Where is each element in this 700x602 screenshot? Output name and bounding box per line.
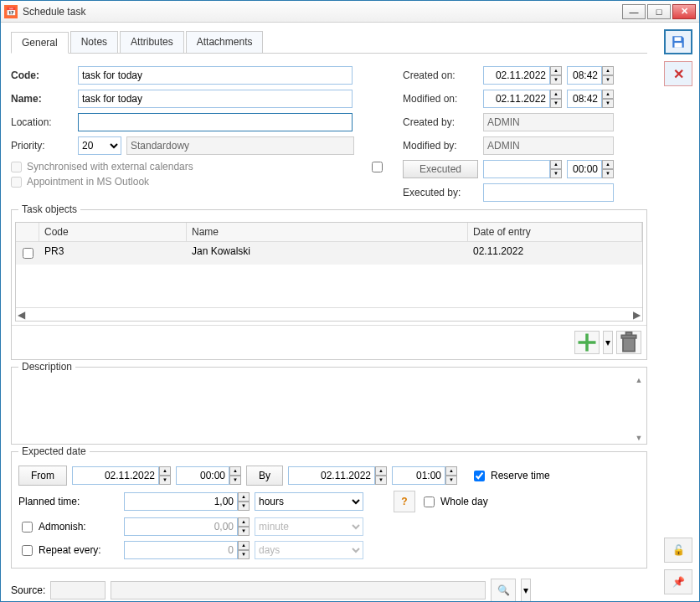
cell-name: Jan Kowalski xyxy=(187,242,468,265)
created-on-label: Created on: xyxy=(403,69,478,81)
titlebar[interactable]: 📅 Schedule task — □ ✕ xyxy=(1,1,699,23)
col-name[interactable]: Name xyxy=(187,223,468,241)
source-name-input[interactable] xyxy=(111,581,486,599)
planned-time-label: Planned time: xyxy=(18,496,119,507)
repeat-value[interactable] xyxy=(124,541,238,559)
whole-day-checkbox[interactable] xyxy=(424,497,435,507)
delete-button[interactable] xyxy=(616,331,641,354)
location-label: Location: xyxy=(11,116,73,128)
from-button[interactable]: From xyxy=(18,466,67,486)
source-label: Source: xyxy=(11,584,45,596)
window-title: Schedule task xyxy=(23,6,622,18)
admonish-value[interactable] xyxy=(124,517,238,536)
priority-text xyxy=(126,136,354,155)
description-fieldset: Description ▲▼ xyxy=(11,367,647,445)
repeat-unit[interactable]: days xyxy=(255,541,363,559)
tab-general[interactable]: General xyxy=(11,32,69,54)
repeat-checkbox[interactable] xyxy=(22,545,33,556)
svg-rect-0 xyxy=(675,37,682,41)
created-by-field xyxy=(483,113,614,131)
modified-on-date[interactable] xyxy=(483,90,550,108)
question-icon: ? xyxy=(401,496,407,507)
repeat-label: Repeat every: xyxy=(39,544,101,556)
help-button[interactable]: ? xyxy=(394,491,415,512)
col-date[interactable]: Date of entry xyxy=(468,223,642,241)
close-button[interactable]: ✕ xyxy=(672,4,696,19)
grid-scrollbar[interactable]: ◀▶ xyxy=(16,307,642,321)
scroll-up-icon[interactable]: ▲ xyxy=(633,376,645,384)
source-lookup-button[interactable]: 🔍 xyxy=(491,579,516,601)
pin-button[interactable]: 📌 xyxy=(664,569,692,594)
by-time[interactable] xyxy=(392,466,445,485)
expected-date-legend: Expected date xyxy=(18,445,90,457)
search-icon: 🔍 xyxy=(497,584,510,596)
admonish-unit[interactable]: minute xyxy=(255,517,363,536)
executed-date[interactable] xyxy=(483,160,550,178)
maximize-button[interactable]: □ xyxy=(647,4,671,19)
modified-by-field xyxy=(483,136,614,155)
executed-by-label: Executed by: xyxy=(403,187,478,198)
modified-by-label: Modified by: xyxy=(403,140,478,152)
executed-by-field[interactable] xyxy=(483,183,614,202)
cancel-button[interactable]: ✕ xyxy=(664,61,692,86)
tabs: General Notes Attributes Attachments xyxy=(11,31,647,54)
priority-label: Priority: xyxy=(11,140,73,152)
schedule-task-window: 📅 Schedule task — □ ✕ General Notes Attr… xyxy=(0,0,700,602)
name-label: Name: xyxy=(11,93,73,105)
main-panel: General Notes Attributes Attachments Cod… xyxy=(1,23,657,601)
tab-attributes[interactable]: Attributes xyxy=(120,31,184,53)
source-lookup-dropdown[interactable]: ▾ xyxy=(521,579,531,601)
svg-rect-1 xyxy=(675,43,682,48)
executed-button[interactable]: Executed xyxy=(403,160,478,178)
description-textarea[interactable] xyxy=(12,376,646,441)
planned-time-value[interactable] xyxy=(124,492,238,511)
by-date[interactable] xyxy=(288,466,375,485)
sync-label: Synchronised with external calendars xyxy=(27,161,193,172)
tab-notes[interactable]: Notes xyxy=(70,31,118,53)
by-button[interactable]: By xyxy=(246,466,283,486)
location-input[interactable] xyxy=(78,113,353,131)
created-by-label: Created by: xyxy=(403,116,478,128)
modified-on-time[interactable] xyxy=(567,90,602,108)
lock-icon: 🔓 xyxy=(672,544,685,556)
close-icon: ✕ xyxy=(673,66,684,82)
created-on-time[interactable] xyxy=(567,66,602,85)
from-date[interactable] xyxy=(72,466,159,485)
created-on-date[interactable] xyxy=(483,66,550,85)
up-icon[interactable]: ▲ xyxy=(550,66,562,75)
down-icon[interactable]: ▼ xyxy=(550,75,562,85)
table-row[interactable]: PR3 Jan Kowalski 02.11.2022 xyxy=(16,242,642,265)
minimize-button[interactable]: — xyxy=(622,4,646,19)
sidebar: ✕ 🔓 📌 xyxy=(657,23,699,601)
code-input[interactable] xyxy=(78,66,353,85)
add-button[interactable] xyxy=(574,331,600,354)
admonish-label: Admonish: xyxy=(39,521,86,533)
cell-date: 02.11.2022 xyxy=(468,242,642,265)
executed-time[interactable] xyxy=(567,160,602,178)
from-time[interactable] xyxy=(176,466,229,485)
col-code[interactable]: Code xyxy=(39,223,187,241)
source-code-input[interactable] xyxy=(50,581,106,599)
tab-attachments[interactable]: Attachments xyxy=(186,31,264,53)
description-legend: Description xyxy=(18,361,75,373)
aux-checkbox[interactable] xyxy=(372,162,383,172)
task-objects-legend: Task objects xyxy=(18,203,80,215)
app-icon: 📅 xyxy=(4,5,18,18)
outlook-label: Appointment in MS Outlook xyxy=(27,176,149,188)
save-button[interactable] xyxy=(664,29,692,54)
admonish-checkbox[interactable] xyxy=(22,522,33,533)
name-input[interactable] xyxy=(78,90,353,108)
scroll-down-icon[interactable]: ▼ xyxy=(633,434,645,442)
sync-checkbox[interactable] xyxy=(11,162,22,172)
lock-button[interactable]: 🔓 xyxy=(664,538,692,563)
modified-on-label: Modified on: xyxy=(403,93,478,105)
row-checkbox[interactable] xyxy=(23,248,33,259)
grid-body[interactable]: PR3 Jan Kowalski 02.11.2022 xyxy=(16,242,642,307)
outlook-checkbox[interactable] xyxy=(11,177,22,188)
add-dropdown[interactable]: ▾ xyxy=(603,331,613,354)
pin-icon: 📌 xyxy=(672,576,685,588)
reserve-time-label: Reserve time xyxy=(491,470,550,481)
priority-select[interactable]: 20 xyxy=(78,136,121,155)
planned-time-unit[interactable]: hours xyxy=(255,492,363,511)
reserve-time-checkbox[interactable] xyxy=(474,471,485,481)
